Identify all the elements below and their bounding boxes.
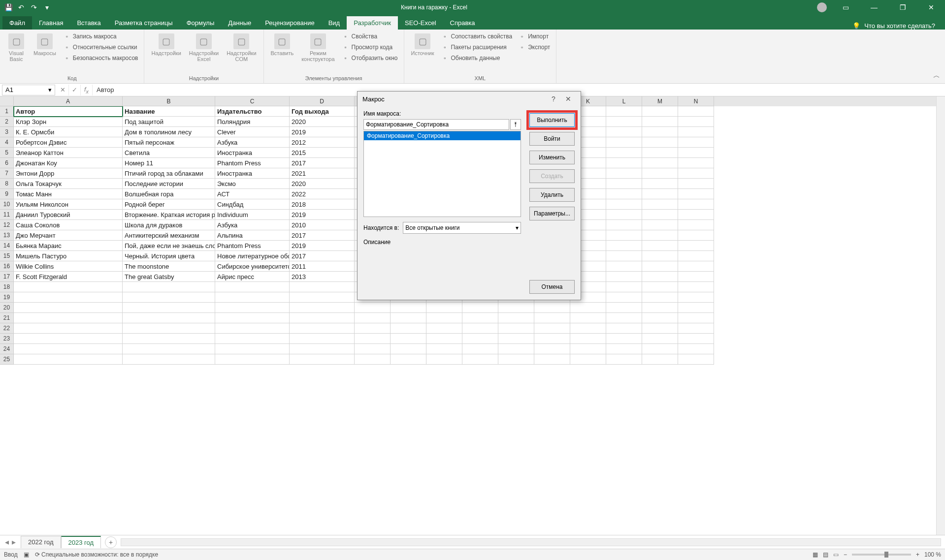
cell[interactable]: Новое литературное обозрение [215,251,290,261]
cell[interactable] [678,292,714,303]
cell[interactable] [606,158,642,168]
tab-file[interactable]: Файл [2,16,32,30]
enter-formula-icon[interactable]: ✓ [69,85,81,95]
chevron-down-icon[interactable]: ▾ [48,86,52,93]
col-header-A[interactable]: A [14,96,123,106]
zoom-out-icon[interactable]: − [844,551,847,558]
cell[interactable] [642,334,678,344]
cell[interactable] [606,261,642,272]
cell[interactable] [570,334,606,344]
cell[interactable]: The moonstone [123,261,215,272]
cell[interactable]: Школа для дураков [123,220,215,230]
cell[interactable]: Джо Мерчант [14,230,123,241]
cell[interactable] [606,127,642,137]
cell[interactable] [678,230,714,241]
cell[interactable] [391,303,426,313]
cell[interactable] [606,354,642,365]
cell[interactable] [678,334,714,344]
cell[interactable] [290,313,355,323]
cell[interactable]: 2010 [290,220,355,230]
cell[interactable] [606,323,642,334]
cell[interactable] [498,313,534,323]
cell[interactable] [290,282,355,292]
cell[interactable] [606,106,642,117]
cell[interactable]: Саша Соколов [14,220,123,230]
cell[interactable]: Птичий город за облаками [123,168,215,179]
tab-Главная[interactable]: Главная [32,16,70,30]
cell[interactable] [14,334,123,344]
row-header[interactable]: 19 [0,292,14,303]
cell[interactable]: Даниил Туровский [14,210,123,220]
macro-name-input[interactable] [363,119,509,130]
cell[interactable] [426,354,462,365]
cancel-button[interactable]: Отмена [529,280,575,294]
cell[interactable]: 2012 [290,137,355,148]
cell[interactable]: Поляндрия [215,117,290,127]
name-box[interactable]: A1 ▾ [2,85,55,95]
cell[interactable] [678,168,714,179]
cell[interactable] [215,292,290,303]
cell[interactable] [355,344,391,354]
ribbon-display-options[interactable]: ▭ [836,0,855,15]
cell[interactable] [642,230,678,241]
tell-me[interactable]: Что вы хотите сделать? [864,22,935,30]
select-all-corner[interactable] [0,96,14,106]
cell[interactable] [642,158,678,168]
cell[interactable] [678,272,714,282]
horizontal-scrollbar[interactable] [121,538,941,546]
cell[interactable] [606,179,642,189]
cell[interactable]: Иностранка [215,148,290,158]
cell[interactable] [606,117,642,127]
cell[interactable]: Черный. История цвета [123,251,215,261]
cell[interactable] [570,303,606,313]
collapse-ribbon-icon[interactable]: ︿ [933,71,940,80]
macro-location-select[interactable]: Все открытые книги ▾ [403,222,521,234]
cell[interactable] [606,334,642,344]
cell[interactable] [123,344,215,354]
sheet-tab[interactable]: 2022 год [21,536,61,548]
cell[interactable]: Эксмо [215,179,290,189]
cell[interactable] [606,189,642,199]
cell[interactable] [290,303,355,313]
cell[interactable]: Энтони Дорр [14,168,123,179]
cell[interactable] [642,148,678,158]
row-header[interactable]: 2 [0,117,14,127]
delete-button[interactable]: Удалить [529,188,575,202]
cell[interactable] [123,334,215,344]
cell[interactable] [14,282,123,292]
row-header[interactable]: 5 [0,148,14,158]
cell[interactable] [678,137,714,148]
cell[interactable]: Phantom Press [215,241,290,251]
cell[interactable]: 2022 [290,189,355,199]
cell[interactable]: Антикитерский механизм [123,230,215,241]
cell[interactable]: 2019 [290,127,355,137]
cell[interactable] [606,210,642,220]
cell[interactable] [642,168,678,179]
cell[interactable] [462,354,498,365]
cell[interactable] [642,220,678,230]
ribbon-item[interactable]: ▫Просмотр кода [340,42,400,52]
cell[interactable] [642,117,678,127]
design-mode-button[interactable]: ▢Режимконструктора [298,31,337,64]
ribbon-item[interactable]: ▫Экспорт [516,42,552,52]
cell[interactable]: Clever [215,127,290,137]
help-icon[interactable]: ? [546,95,561,103]
cell[interactable]: 2017 [290,158,355,168]
maximize-button[interactable]: ❐ [893,0,912,15]
cell[interactable] [678,313,714,323]
cell[interactable] [462,303,498,313]
row-header[interactable]: 20 [0,303,14,313]
cell[interactable] [606,230,642,241]
cell[interactable] [123,313,215,323]
cell[interactable]: Светила [123,148,215,158]
cell[interactable]: 2011 [290,261,355,272]
cell[interactable] [642,282,678,292]
cell[interactable]: Иностранка [215,168,290,179]
cancel-formula-icon[interactable]: ✕ [57,85,69,95]
cell[interactable]: Сибирское университетское издательство [215,261,290,272]
cell[interactable] [570,323,606,334]
ribbon-item[interactable]: ▫Отобразить окно [340,53,400,63]
cell[interactable] [570,344,606,354]
cell[interactable] [678,323,714,334]
cell[interactable]: Пой, даже если не знаешь слов [123,241,215,251]
